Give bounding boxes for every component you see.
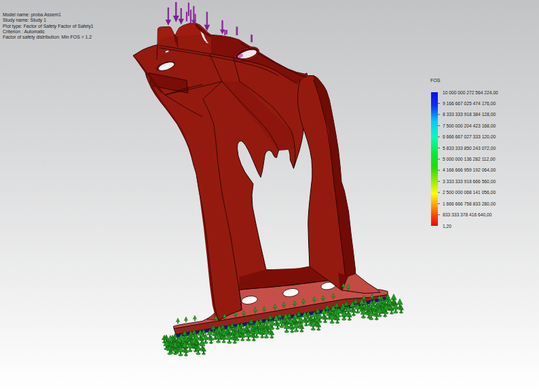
svg-text:Study name: Study 1: Study name: Study 1	[3, 18, 46, 23]
svg-text:1 666 666 758 833 280,00: 1 666 666 758 833 280,00	[443, 201, 496, 206]
svg-text:5 000 000 136 282 112,00: 5 000 000 136 282 112,00	[443, 157, 496, 161]
svg-text:3 333 333 918 666 560,00: 3 333 333 918 666 560,00	[443, 179, 496, 184]
svg-text:9 166 667 025 474 176,00: 9 166 667 025 474 176,00	[443, 101, 496, 106]
svg-text:2 500 000 068 141 056,00: 2 500 000 068 141 056,00	[443, 190, 496, 195]
svg-text:6 666 667 027 333 120,00: 6 666 667 027 333 120,00	[443, 134, 496, 139]
svg-text:Plot type: Factor of Safety Fa: Plot type: Factor of Safety Factor of Sa…	[3, 24, 94, 29]
svg-text:Factor of safety distribution:: Factor of safety distribution: Min FOS =…	[3, 35, 92, 40]
svg-text:Criterion : Automatic: Criterion : Automatic	[3, 29, 45, 34]
svg-text:4 166 666 959 192 064,00: 4 166 666 959 192 064,00	[443, 168, 496, 172]
svg-text:7 500 000 204 423 168,00: 7 500 000 204 423 168,00	[443, 123, 496, 128]
svg-text:8 333 333 918 384 128,00: 8 333 333 918 384 128,00	[443, 112, 496, 117]
svg-text:833 333 378 416 640,00: 833 333 378 416 640,00	[443, 212, 492, 217]
svg-text:5 833 333 850 243 072,00: 5 833 333 850 243 072,00	[443, 146, 496, 151]
svg-text:1,20: 1,20	[443, 224, 451, 229]
svg-text:10 000 000 272 564 224,00: 10 000 000 272 564 224,00	[443, 90, 498, 95]
svg-text:Model name: proba Assem1: Model name: proba Assem1	[3, 12, 61, 18]
svg-text:FOS: FOS	[430, 78, 441, 83]
